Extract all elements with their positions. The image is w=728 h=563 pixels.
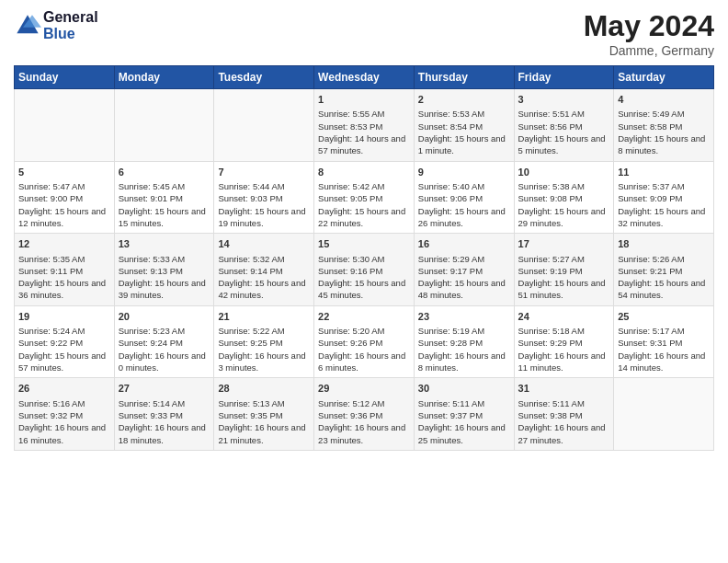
daylight-text: Daylight: 15 hours and 36 minutes. [18, 278, 106, 300]
daylight-text: Daylight: 15 hours and 19 minutes. [218, 206, 305, 228]
logo: General Blue [14, 9, 98, 42]
daylight-text: Daylight: 15 hours and 51 minutes. [518, 278, 606, 300]
daylight-text: Daylight: 15 hours and 32 minutes. [618, 206, 705, 228]
calendar-cell-w1-d6: 11Sunrise: 5:37 AMSunset: 9:09 PMDayligh… [614, 161, 714, 234]
calendar-cell-w2-d3: 15Sunrise: 5:30 AMSunset: 9:16 PMDayligh… [314, 234, 415, 306]
title-block: May 2024 Damme, Germany [584, 9, 714, 58]
sunrise-text: Sunrise: 5:23 AM [119, 326, 185, 336]
sunrise-text: Sunrise: 5:20 AM [318, 326, 384, 336]
sunset-text: Sunset: 9:37 PM [418, 410, 483, 420]
day-number: 16 [418, 237, 510, 251]
day-number: 25 [618, 310, 710, 324]
sunset-text: Sunset: 9:22 PM [18, 338, 83, 348]
sunset-text: Sunset: 8:53 PM [318, 121, 382, 132]
sunrise-text: Sunrise: 5:24 AM [18, 326, 85, 336]
day-number: 6 [119, 166, 210, 179]
sunrise-text: Sunrise: 5:26 AM [618, 254, 684, 264]
calendar-cell-w0-d1 [114, 89, 214, 162]
page-container: General Blue May 2024 Damme, Germany Sun… [0, 0, 728, 460]
sunset-text: Sunset: 9:01 PM [119, 193, 183, 203]
calendar-cell-w0-d2 [214, 89, 314, 162]
month-year: May 2024 [584, 9, 714, 43]
sunrise-text: Sunrise: 5:33 AM [119, 254, 185, 264]
sunset-text: Sunset: 9:03 PM [218, 193, 282, 203]
daylight-text: Daylight: 16 hours and 25 minutes. [418, 422, 506, 444]
calendar-cell-w1-d3: 8Sunrise: 5:42 AMSunset: 9:05 PMDaylight… [314, 161, 415, 234]
daylight-text: Daylight: 16 hours and 16 minutes. [18, 422, 106, 444]
sunrise-text: Sunrise: 5:47 AM [18, 181, 85, 191]
sunset-text: Sunset: 9:33 PM [119, 410, 183, 420]
daylight-text: Daylight: 16 hours and 14 minutes. [618, 350, 705, 373]
daylight-text: Daylight: 15 hours and 48 minutes. [418, 278, 506, 300]
day-number: 13 [119, 237, 210, 251]
header-thursday: Thursday [414, 66, 514, 89]
sunrise-text: Sunrise: 5:22 AM [218, 326, 284, 336]
logo-text: General Blue [43, 9, 98, 42]
calendar-cell-w4-d1: 27Sunrise: 5:14 AMSunset: 9:33 PMDayligh… [114, 378, 214, 451]
calendar-cell-w2-d5: 17Sunrise: 5:27 AMSunset: 9:19 PMDayligh… [514, 234, 614, 306]
calendar-cell-w2-d1: 13Sunrise: 5:33 AMSunset: 9:13 PMDayligh… [114, 234, 214, 306]
daylight-text: Daylight: 16 hours and 27 minutes. [518, 422, 606, 444]
sunrise-text: Sunrise: 5:55 AM [318, 109, 384, 119]
sunset-text: Sunset: 9:17 PM [418, 266, 483, 276]
week-row-3: 19Sunrise: 5:24 AMSunset: 9:22 PMDayligh… [15, 305, 714, 378]
daylight-text: Daylight: 15 hours and 45 minutes. [318, 278, 405, 300]
day-number: 1 [318, 93, 410, 107]
daylight-text: Daylight: 15 hours and 57 minutes. [18, 350, 106, 373]
sunset-text: Sunset: 9:24 PM [119, 338, 183, 348]
day-number: 12 [18, 237, 110, 251]
sunrise-text: Sunrise: 5:40 AM [418, 181, 484, 191]
calendar-cell-w0-d0 [15, 89, 115, 162]
sunrise-text: Sunrise: 5:42 AM [318, 181, 384, 191]
daylight-text: Daylight: 14 hours and 57 minutes. [318, 133, 405, 155]
header-sunday: Sunday [15, 66, 115, 89]
day-number: 26 [18, 382, 110, 396]
header-saturday: Saturday [614, 66, 714, 89]
sunrise-text: Sunrise: 5:29 AM [418, 254, 484, 264]
calendar-cell-w4-d2: 28Sunrise: 5:13 AMSunset: 9:35 PMDayligh… [214, 378, 314, 451]
sunrise-text: Sunrise: 5:32 AM [218, 254, 284, 264]
sunrise-text: Sunrise: 5:14 AM [119, 398, 185, 408]
sunrise-text: Sunrise: 5:35 AM [18, 254, 85, 264]
calendar-cell-w1-d0: 5Sunrise: 5:47 AMSunset: 9:00 PMDaylight… [15, 161, 115, 234]
calendar-cell-w2-d2: 14Sunrise: 5:32 AMSunset: 9:14 PMDayligh… [214, 234, 314, 306]
calendar-table: Sunday Monday Tuesday Wednesday Thursday… [14, 65, 714, 451]
sunset-text: Sunset: 9:16 PM [318, 266, 382, 276]
day-number: 18 [618, 237, 710, 251]
sunset-text: Sunset: 8:56 PM [518, 121, 583, 132]
daylight-text: Daylight: 15 hours and 5 minutes. [518, 133, 606, 155]
day-number: 27 [119, 382, 210, 396]
calendar-cell-w1-d2: 7Sunrise: 5:44 AMSunset: 9:03 PMDaylight… [214, 161, 314, 234]
sunset-text: Sunset: 9:08 PM [518, 193, 583, 203]
calendar-cell-w2-d0: 12Sunrise: 5:35 AMSunset: 9:11 PMDayligh… [15, 234, 115, 306]
sunset-text: Sunset: 9:05 PM [318, 193, 382, 203]
daylight-text: Daylight: 15 hours and 26 minutes. [418, 206, 506, 228]
day-number: 19 [18, 310, 110, 324]
week-row-1: 5Sunrise: 5:47 AMSunset: 9:00 PMDaylight… [15, 161, 714, 234]
day-number: 10 [518, 166, 610, 179]
sunset-text: Sunset: 9:35 PM [218, 410, 282, 420]
calendar-cell-w4-d6 [614, 378, 714, 451]
day-number: 8 [318, 166, 410, 179]
day-number: 31 [518, 382, 610, 396]
calendar-cell-w4-d3: 29Sunrise: 5:12 AMSunset: 9:36 PMDayligh… [314, 378, 415, 451]
day-number: 23 [418, 310, 510, 324]
sunset-text: Sunset: 9:25 PM [218, 338, 282, 348]
day-number: 15 [318, 237, 410, 251]
header-wednesday: Wednesday [314, 66, 415, 89]
calendar-cell-w3-d3: 22Sunrise: 5:20 AMSunset: 9:26 PMDayligh… [314, 305, 415, 378]
daylight-text: Daylight: 16 hours and 18 minutes. [119, 422, 206, 444]
daylight-text: Daylight: 15 hours and 22 minutes. [318, 206, 405, 228]
sunrise-text: Sunrise: 5:38 AM [518, 181, 585, 191]
sunrise-text: Sunrise: 5:30 AM [318, 254, 384, 264]
day-number: 4 [618, 93, 710, 107]
calendar-cell-w3-d4: 23Sunrise: 5:19 AMSunset: 9:28 PMDayligh… [414, 305, 514, 378]
daylight-text: Daylight: 16 hours and 8 minutes. [418, 350, 506, 373]
day-number: 9 [418, 166, 510, 179]
day-number: 7 [218, 166, 310, 179]
location: Damme, Germany [584, 43, 714, 58]
sunset-text: Sunset: 8:54 PM [418, 121, 483, 132]
sunrise-text: Sunrise: 5:49 AM [618, 109, 684, 119]
sunrise-text: Sunrise: 5:18 AM [518, 326, 585, 336]
day-number: 14 [218, 237, 310, 251]
